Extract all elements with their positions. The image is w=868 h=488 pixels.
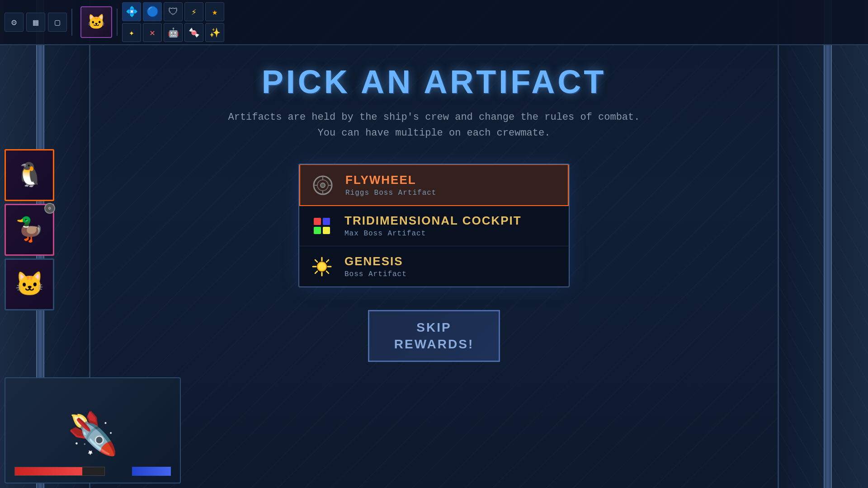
svg-line-17 xyxy=(326,271,329,273)
genesis-name: GENESIS xyxy=(344,254,558,268)
subtitle-line2: You can have multiple on each crewmate. xyxy=(318,127,551,139)
hp-bar-container xyxy=(14,467,171,476)
crew-max-sprite: 🦆 xyxy=(15,216,44,244)
skip-rewards-button[interactable]: SKIP REWARDS! xyxy=(368,310,500,362)
artifact-item-genesis[interactable]: GENESIS Boss Artifact xyxy=(299,246,569,286)
crew-third-sprite: 🐱 xyxy=(15,270,44,299)
hud-ball-icon[interactable]: 🔵 xyxy=(143,2,162,21)
crew-item-riggs[interactable]: 🐧 xyxy=(5,149,54,201)
hud-candy-icon[interactable]: 🍬 xyxy=(184,23,203,42)
svg-line-16 xyxy=(315,260,317,262)
skip-line1: SKIP xyxy=(416,320,451,334)
hp-bar-background xyxy=(14,467,105,476)
tridimensional-icon xyxy=(310,214,334,238)
subtitle: Artifacts are held by the ship's crew an… xyxy=(228,109,640,141)
map-icon[interactable]: ▢ xyxy=(48,13,67,32)
hud-robot-icon[interactable]: 🤖 xyxy=(164,23,183,42)
main-content: PICK AN ARTIFACT Artifacts are held by t… xyxy=(90,45,778,488)
crew-item-max[interactable]: 🦆 ⚙ xyxy=(5,204,54,256)
artifact-item-tridimensional[interactable]: TRIDIMENSIONAL COCKPIT Max Boss Artifact xyxy=(299,206,569,246)
svg-rect-8 xyxy=(323,218,330,225)
skip-line2: REWARDS! xyxy=(394,337,474,351)
hud-sun-icon[interactable]: ✦ xyxy=(122,23,141,42)
artifact-item-flywheel[interactable]: FLYWHEEL Riggs Boss Artifact xyxy=(299,164,569,206)
tridimensional-name: TRIDIMENSIONAL COCKPIT xyxy=(344,214,558,228)
hud-divider-2 xyxy=(117,9,118,36)
svg-point-2 xyxy=(321,183,325,188)
tridimensional-info: TRIDIMENSIONAL COCKPIT Max Boss Artifact xyxy=(344,214,558,238)
flywheel-icon xyxy=(311,174,335,197)
tridimensional-subtitle: Max Boss Artifact xyxy=(344,230,558,238)
subtitle-line1: Artifacts are held by the ship's crew an… xyxy=(228,112,640,123)
hud-item-group: 💠 🔵 🛡 ⚡ ★ ✦ ✕ 🤖 🍬 ✨ xyxy=(122,2,224,42)
hud-bolt-icon[interactable]: ⚡ xyxy=(184,2,203,21)
hp-bar-blue-fill xyxy=(132,467,171,476)
hud-sparkle-icon[interactable]: ✨ xyxy=(205,23,224,42)
crew-item-third[interactable]: 🐱 xyxy=(5,258,54,310)
inventory-icon[interactable]: ▦ xyxy=(26,13,45,32)
svg-rect-9 xyxy=(314,227,321,234)
svg-rect-7 xyxy=(314,218,321,225)
hp-bar-fill xyxy=(15,467,82,475)
genesis-info: GENESIS Boss Artifact xyxy=(344,254,558,278)
page-title: PICK AN ARTIFACT xyxy=(262,63,607,100)
svg-line-19 xyxy=(315,271,317,273)
crew-list: 🐧 🦆 ⚙ 🐱 xyxy=(5,149,54,310)
genesis-icon xyxy=(310,255,334,278)
artifact-panel: FLYWHEEL Riggs Boss Artifact TRIDIMENSIO… xyxy=(298,164,570,287)
svg-rect-10 xyxy=(323,227,330,234)
wall-right xyxy=(778,0,868,488)
flywheel-info: FLYWHEEL Riggs Boss Artifact xyxy=(345,173,557,197)
strut-right xyxy=(824,0,832,488)
settings-icon[interactable]: ⚙ xyxy=(5,13,24,32)
hud-shield-icon[interactable]: 🛡 xyxy=(164,2,183,21)
genesis-subtitle: Boss Artifact xyxy=(344,270,558,278)
boss-ship-sprite: 🚀 xyxy=(67,408,118,458)
flywheel-name: FLYWHEEL xyxy=(345,173,557,187)
crew-portrait-cat[interactable]: 🐱 xyxy=(80,6,112,38)
hud-cross-icon[interactable]: ✕ xyxy=(143,23,162,42)
crew-max-badge: ⚙ xyxy=(44,203,55,214)
hud-star-icon[interactable]: ★ xyxy=(205,2,224,21)
boss-preview: 🚀 xyxy=(5,377,181,483)
svg-point-11 xyxy=(317,262,326,271)
crew-riggs-sprite: 🐧 xyxy=(15,161,44,190)
svg-line-18 xyxy=(326,260,329,262)
hud-divider-1 xyxy=(71,9,72,36)
top-hud-bar: ⚙ ▦ ▢ 🐱 💠 🔵 🛡 ⚡ ★ ✦ ✕ 🤖 🍬 ✨ xyxy=(0,0,868,45)
hud-orb-icon[interactable]: 💠 xyxy=(122,2,141,21)
flywheel-subtitle: Riggs Boss Artifact xyxy=(345,189,557,197)
